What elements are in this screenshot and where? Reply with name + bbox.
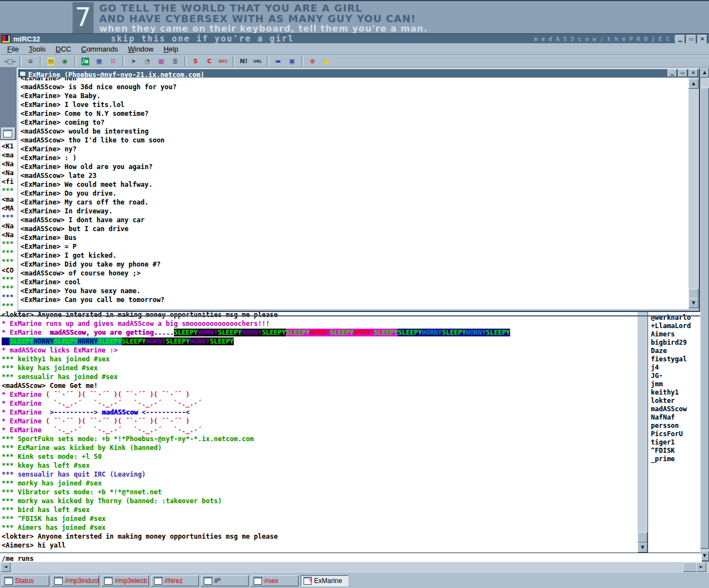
popups-icon[interactable]: ▦	[93, 56, 106, 67]
switchbar-button-mp3indust[interactable]: #mp3indust...	[52, 575, 99, 586]
nicklist-item[interactable]: tiger1	[651, 438, 700, 447]
background-partial-line: <CO	[2, 267, 17, 275]
switchbar-button-[interactable]: #º	[201, 575, 249, 586]
help-icon-glyph: ⊕	[309, 58, 315, 65]
nicklist-item[interactable]: bigbird29	[651, 339, 700, 347]
script-editor-icon[interactable]: ≣	[168, 56, 182, 67]
channel-scrollbar[interactable]: ▼	[638, 311, 648, 553]
colors-icon-glyph: ▩	[158, 58, 165, 65]
scroll-up-icon[interactable]: ▲	[700, 68, 709, 78]
close-icon[interactable]: ×	[697, 35, 707, 44]
minimized-window-icon[interactable]	[1, 127, 16, 140]
banner-line1: GO TELL THE WORLD THAT YOU ARE A GIRL	[99, 3, 428, 13]
nicklist-item[interactable]: fiestygal	[651, 355, 700, 364]
switchbar-button-exmarine[interactable]: ?ExMarine	[301, 575, 348, 586]
nicklist-item[interactable]: persson	[651, 422, 700, 430]
scroll-right-icon[interactable]: ►	[696, 563, 706, 572]
query-line: <ExMarine> Do you drive.	[20, 190, 690, 198]
dcc-options-icon[interactable]: DCC	[217, 56, 230, 67]
channel-line-segment: madASScow, you are getting.....	[50, 329, 174, 336]
query-line: <ExMarine> Come to N.Y sometime?	[20, 110, 690, 119]
options-icon[interactable]: ≡	[24, 56, 37, 67]
switchbar-button-status[interactable]: Status	[2, 575, 49, 586]
horizontal-scrollbar[interactable]: ◄ ►	[0, 562, 709, 572]
close-icon[interactable]: ×	[689, 69, 698, 77]
nicklist-item[interactable]: Daze	[651, 347, 700, 355]
switchbar-button-label: Status	[15, 577, 34, 585]
toolbar-separator	[19, 57, 22, 67]
query-line: <ExMarine> = P	[20, 243, 690, 252]
address-book-icon[interactable]: ▤	[44, 56, 58, 67]
channel-line-segment: HORNY	[354, 329, 374, 336]
menu-window[interactable]: Window	[123, 44, 158, 54]
menu-tools[interactable]: Tools	[24, 44, 50, 54]
nicklist-item[interactable]: NafNaf	[651, 413, 700, 422]
nicklist-item[interactable]: lokter	[651, 397, 700, 405]
channel-line-segment: * ExMarine	[2, 417, 45, 425]
switchbar-button-hirez[interactable]: #hirez	[151, 575, 199, 586]
query-titlebar[interactable]: ExMarine (Phoebus-@nyf-nyo-21.ix.netcom.…	[18, 69, 698, 78]
help-icon[interactable]: ⊕	[306, 56, 319, 67]
query-line: <ExMarine> ny?	[20, 145, 690, 154]
scroll-down-icon[interactable]: ▼	[689, 298, 698, 308]
channel-line: *** bird has left #sex	[2, 506, 638, 515]
colors-icon[interactable]: ▩	[155, 56, 168, 67]
timer-icon[interactable]: ◔	[141, 56, 154, 67]
menu-file[interactable]: File	[2, 44, 24, 54]
menu-commands[interactable]: Commands	[76, 44, 123, 54]
scroll-up-icon[interactable]: ▲	[689, 79, 698, 89]
away-icon[interactable]: ●	[320, 56, 333, 67]
banner-text: GO TELL THE WORLD THAT YOU ARE A GIRL AN…	[99, 3, 428, 34]
url-catcher-icon[interactable]: URL	[251, 56, 264, 67]
nicklist-item[interactable]: jmm	[651, 380, 700, 388]
nicklist-item[interactable]: JG-	[651, 372, 700, 380]
switchbar-button-mp3electr[interactable]: #mp3electr...	[101, 575, 149, 586]
switchbar-button-sex[interactable]: #sex	[251, 575, 299, 586]
mirc-app-icon	[2, 35, 11, 43]
query-scrollbar[interactable]: ▲ ▼	[689, 78, 698, 309]
nicklist-item[interactable]: j4	[651, 364, 700, 372]
toolbar-separator	[40, 57, 42, 67]
commands-icon[interactable]: C	[203, 56, 216, 67]
minimize-icon[interactable]: ▁	[667, 69, 677, 77]
nicklist-item[interactable]: keithy1	[651, 388, 700, 397]
cascade-windows-icon[interactable]: ▣	[285, 56, 299, 67]
fonts-icon[interactable]: ◉	[58, 56, 71, 67]
restore-icon[interactable]: ▭	[678, 69, 687, 77]
scrollbar-thumb[interactable]	[700, 88, 709, 549]
menu-dcc[interactable]: DCC	[50, 44, 76, 54]
nicklist-item[interactable]: _prime	[651, 455, 700, 463]
remote-icon[interactable]: ∷	[106, 56, 120, 67]
channel-line-segment: SLEEPY	[174, 329, 198, 336]
scripts-icon[interactable]: S	[189, 56, 202, 67]
scroll-left-icon[interactable]: ◄	[1, 563, 11, 572]
menu-help[interactable]: Help	[158, 44, 183, 54]
aliases-icon[interactable]: /a	[79, 56, 92, 67]
channel-line: *** sensualir has joined #sex	[2, 373, 638, 382]
nicklist-item[interactable]: ^FDISK	[651, 447, 700, 455]
channel-line-segment: SLEEPY	[262, 329, 286, 336]
background-partial-line: ***	[2, 284, 17, 293]
users-icon[interactable]: ➤	[127, 56, 140, 67]
channel-line-segment: * ExMarine	[2, 329, 50, 336]
scrollbar-thumb[interactable]	[683, 563, 697, 572]
notify-list-icon[interactable]: N!	[237, 56, 250, 67]
scroll-down-icon[interactable]: ▼	[638, 543, 648, 553]
nicklist-item[interactable]: PicsForU	[651, 430, 700, 438]
connect-icon[interactable]: -□-	[3, 56, 17, 67]
switchbar-button-label: #º	[214, 577, 220, 585]
restore-icon[interactable]: ▭	[686, 35, 696, 44]
status-window-icon	[4, 577, 13, 585]
minimize-icon[interactable]: ▁	[675, 35, 685, 44]
nicklist-item[interactable]: +LlamaLord	[651, 322, 700, 330]
tile-windows-icon[interactable]: ▬	[271, 56, 285, 67]
scrollbar-thumb[interactable]	[689, 289, 698, 299]
nicklist-scrollbar[interactable]: ▲ ▼	[700, 68, 709, 561]
nicklist-item[interactable]: madASScow	[651, 405, 700, 413]
channel-line: *** ExMarine was kicked by Kink (banned)	[2, 444, 638, 453]
nicklist-item[interactable]: Aimers	[651, 330, 700, 339]
channel-line-segment: >---------->	[50, 408, 98, 416]
scrollbar-thumb[interactable]	[638, 532, 648, 543]
query-window[interactable]: ExMarine (Phoebus-@nyf-nyo-21.ix.netcom.…	[17, 68, 700, 312]
nicklist: @werknarlo+LlamaLordAimersbigbird29Dazef…	[648, 311, 700, 553]
